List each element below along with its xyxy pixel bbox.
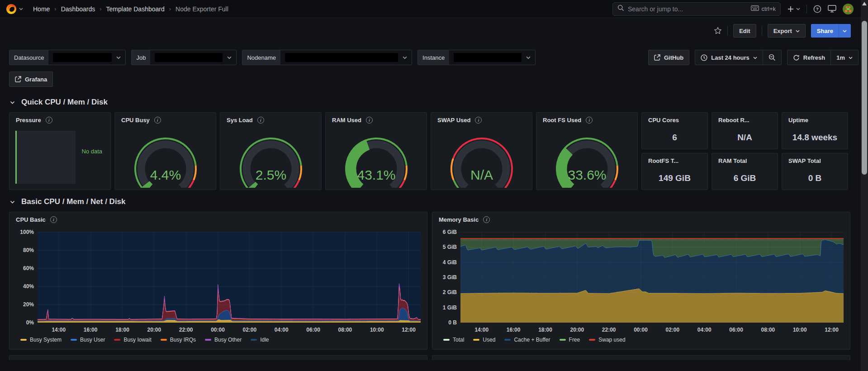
scrollbar-thumb[interactable] <box>862 21 867 175</box>
panel-title[interactable]: Uptime <box>788 117 808 124</box>
panel-title[interactable]: RAM Usedi <box>332 117 373 124</box>
svg-text:14:00: 14:00 <box>474 327 489 333</box>
legend-item[interactable]: Busy Iowait <box>114 337 151 343</box>
section-quick-cpu-mem-disk[interactable]: Quick CPU / Mem / Disk <box>10 98 868 107</box>
panel-title[interactable]: RootFS T... <box>648 157 678 164</box>
github-link-button[interactable]: GitHub <box>648 50 689 65</box>
monitor-icon[interactable] <box>828 5 836 13</box>
filter-label: Nodename <box>242 50 280 65</box>
chevron-down-icon <box>10 100 15 105</box>
redacted-value <box>155 53 223 62</box>
edit-button[interactable]: Edit <box>733 24 756 38</box>
share-menu-caret[interactable] <box>839 24 850 37</box>
stat-panel-uptime: Uptime14.8 weeks <box>782 112 848 149</box>
legend-item[interactable]: Total <box>443 337 464 343</box>
pressure-panel: Pressurei No data <box>9 112 111 190</box>
breadcrumb-item[interactable]: Home <box>33 5 50 13</box>
svg-text:12:00: 12:00 <box>402 327 416 333</box>
filter-value-dropdown[interactable] <box>150 50 236 65</box>
legend-item[interactable]: Busy User <box>71 337 105 343</box>
divider <box>762 26 762 36</box>
svg-text:4.4%: 4.4% <box>150 167 180 182</box>
help-icon[interactable]: ? <box>813 5 821 13</box>
star-button[interactable] <box>714 27 722 35</box>
export-button[interactable]: Export <box>768 24 806 38</box>
gauge-panel-sys-load: Sys Loadi2.5% <box>220 112 322 190</box>
refresh-interval-button[interactable]: 1m <box>831 50 858 65</box>
gauge-panel-root-fs-used: Root FS Usedi33.6% <box>536 112 638 190</box>
legend-item[interactable]: Free <box>560 337 580 343</box>
legend-swatch <box>560 339 566 341</box>
search-input[interactable]: Search or jump to... ctrl+k <box>612 2 781 16</box>
section-basic-cpu-mem-net-disk[interactable]: Basic CPU / Mem / Net / Disk <box>10 197 868 206</box>
time-range-button[interactable]: Last 24 hours <box>695 50 763 65</box>
panel-title[interactable]: Sys Loadi <box>227 117 264 124</box>
svg-text:08:00: 08:00 <box>338 327 352 333</box>
scroll-up-arrow[interactable] <box>862 2 867 5</box>
grafana-logo-icon[interactable] <box>6 4 16 14</box>
info-icon[interactable]: i <box>475 117 482 124</box>
stat-value: N/A <box>712 133 778 143</box>
add-button[interactable] <box>787 5 800 13</box>
panel-title[interactable]: RAM Total <box>718 157 747 164</box>
legend-item[interactable]: Busy System <box>20 337 62 343</box>
panel-title[interactable]: CPU Busyi <box>121 117 161 124</box>
legend-swatch <box>504 339 511 341</box>
info-icon[interactable]: i <box>366 117 373 124</box>
panel-title[interactable]: Root FS Usedi <box>543 117 593 124</box>
info-icon[interactable]: i <box>483 216 490 223</box>
legend-item[interactable]: Busy IRQs <box>161 337 196 343</box>
svg-text:6 GiB: 6 GiB <box>443 229 457 235</box>
legend-item[interactable]: Used <box>473 337 495 343</box>
info-icon[interactable]: i <box>586 117 593 124</box>
svg-text:3 GiB: 3 GiB <box>443 274 457 281</box>
panel-title-cpu-basic[interactable]: CPU Basici <box>16 216 57 223</box>
panel-title[interactable]: SWAP Usedi <box>437 117 482 124</box>
panel-title[interactable]: CPU Cores <box>648 117 679 124</box>
page-scrollbar[interactable] <box>861 0 868 371</box>
svg-text:?: ? <box>816 6 819 11</box>
avatar[interactable] <box>843 4 854 14</box>
panel-title[interactable]: SWAP Total <box>788 157 821 164</box>
filter-value-dropdown[interactable] <box>449 50 535 65</box>
svg-text:02:00: 02:00 <box>243 327 257 333</box>
legend-item[interactable]: Swap used <box>589 337 625 343</box>
chevron-down-icon <box>753 56 757 60</box>
panel-title-pressure[interactable]: Pressurei <box>16 117 52 124</box>
breadcrumb-item[interactable]: Template Dashboard <box>106 5 165 13</box>
chevron-down-icon[interactable] <box>19 7 23 11</box>
svg-text:60%: 60% <box>23 265 34 271</box>
svg-text:43.1%: 43.1% <box>357 167 395 182</box>
breadcrumb-separator-icon: › <box>100 5 101 12</box>
svg-text:04:00: 04:00 <box>697 327 711 333</box>
cpu-basic-chart[interactable]: 0%20%40%60%80%100%14:0016:0018:0020:0022… <box>9 228 428 335</box>
memory-basic-chart[interactable]: 0 B1 GiB2 GiB3 GiB4 GiB5 GiB6 GiB14:0016… <box>432 228 851 335</box>
svg-text:08:00: 08:00 <box>761 327 775 333</box>
legend-item[interactable]: Idle <box>251 337 269 343</box>
legend-item[interactable]: Busy Other <box>205 337 242 343</box>
external-link-icon <box>15 76 21 82</box>
info-icon[interactable]: i <box>46 117 52 124</box>
chevron-down-icon <box>403 55 407 60</box>
panel-title[interactable]: Reboot R... <box>718 117 749 124</box>
time-picker: Last 24 hours <box>695 50 782 65</box>
svg-text:20%: 20% <box>23 301 34 308</box>
grafana-dashboard-page: Home›Dashboards›Template Dashboard›Node … <box>0 0 868 371</box>
filter-value-dropdown[interactable] <box>48 50 125 65</box>
legend-item[interactable]: Cache + Buffer <box>504 337 550 343</box>
info-icon[interactable]: i <box>154 117 161 124</box>
svg-text:00:00: 00:00 <box>211 327 225 333</box>
next-row-peek <box>9 355 868 360</box>
share-button[interactable]: Share <box>811 24 851 38</box>
info-icon[interactable]: i <box>50 216 57 223</box>
breadcrumb-item[interactable]: Dashboards <box>61 5 95 13</box>
panel-title-memory-basic[interactable]: Memory Basici <box>439 216 490 223</box>
filter-value-dropdown[interactable] <box>280 50 412 65</box>
divider <box>727 26 728 36</box>
zoom-out-button[interactable] <box>763 50 781 65</box>
refresh-button[interactable]: Refresh <box>787 50 830 65</box>
info-icon[interactable]: i <box>257 117 264 124</box>
stat-value: 149 GiB <box>642 173 707 183</box>
grafana-link-button[interactable]: Grafana <box>9 71 53 87</box>
search-shortcut: ctrl+k <box>762 5 776 12</box>
